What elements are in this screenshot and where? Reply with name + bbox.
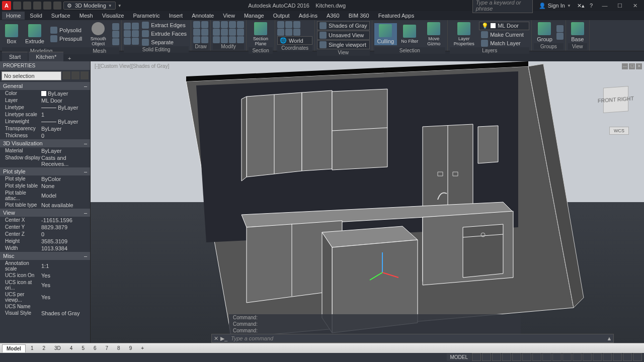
- panel-label-solidediting[interactable]: Solid Editing: [124, 46, 189, 53]
- make-current-button[interactable]: Make Current: [479, 31, 529, 39]
- explode-icon[interactable]: [237, 29, 244, 36]
- select-objects-icon[interactable]: [71, 71, 79, 79]
- property-row[interactable]: Linetype scale1: [0, 111, 90, 118]
- extrude-faces-button[interactable]: Extrude Faces: [140, 30, 189, 38]
- property-row[interactable]: Plot table attac...Model: [0, 190, 90, 202]
- layout-tab[interactable]: 8: [113, 344, 124, 352]
- property-row[interactable]: LineweightByLayer: [0, 118, 90, 125]
- panel-label-section[interactable]: Section: [249, 47, 273, 54]
- property-value[interactable]: ByLayer: [41, 126, 90, 132]
- layout-tab[interactable]: 3D: [50, 344, 65, 352]
- status-workspace-icon[interactable]: [583, 353, 592, 361]
- prop-section-header[interactable]: Plot style–: [0, 167, 90, 175]
- property-value[interactable]: ByLayer: [41, 148, 90, 154]
- layout-tab[interactable]: 2: [38, 344, 49, 352]
- erase-icon[interactable]: [229, 36, 236, 43]
- rect-icon[interactable]: [201, 29, 208, 36]
- status-polar-icon[interactable]: [502, 353, 511, 361]
- property-value[interactable]: 1:1: [41, 260, 90, 272]
- base-button[interactable]: Base: [568, 21, 587, 43]
- tab-annotate[interactable]: Annotate: [188, 12, 218, 20]
- tab-manage[interactable]: Manage: [240, 12, 268, 20]
- status-annotation-icon[interactable]: [573, 353, 582, 361]
- thicken-icon[interactable]: [132, 30, 139, 37]
- signin-button[interactable]: 👤 Sign In ▼: [535, 3, 575, 9]
- property-row[interactable]: UCS icon OnYes: [0, 272, 90, 279]
- tab-addins[interactable]: Add-ins: [295, 12, 321, 20]
- tab-insert[interactable]: Insert: [165, 12, 187, 20]
- panel-label-selection[interactable]: Selection: [374, 47, 446, 54]
- mesh-tool-icon[interactable]: [112, 31, 119, 38]
- slice-icon[interactable]: [132, 23, 139, 30]
- layer-dropdown[interactable]: 💡ML Door: [479, 22, 529, 30]
- command-close-icon[interactable]: ✕: [212, 335, 220, 342]
- property-row[interactable]: LayerML Door: [0, 97, 90, 104]
- viewcube[interactable]: FRONT RIGHT: [603, 86, 628, 113]
- align-icon[interactable]: [237, 36, 244, 43]
- panel-label-groups[interactable]: Groups: [534, 43, 564, 50]
- layout-tab-add[interactable]: +: [137, 344, 148, 352]
- property-row[interactable]: Plot styleByColor: [0, 175, 90, 183]
- copy-icon[interactable]: [213, 29, 220, 36]
- extrude-button[interactable]: Extrude: [22, 23, 47, 45]
- status-osnap-icon[interactable]: [512, 353, 521, 361]
- property-row[interactable]: LinetypeByLayer: [0, 104, 90, 111]
- property-row[interactable]: Visual StyleShades of Gray: [0, 310, 90, 317]
- toggle-pickadd-icon[interactable]: [80, 71, 89, 79]
- property-value[interactable]: -11615.1596: [41, 217, 90, 223]
- status-3dosnap-icon[interactable]: [522, 353, 531, 361]
- qat-save-icon[interactable]: [33, 2, 41, 10]
- spline-icon[interactable]: [201, 36, 208, 43]
- property-row[interactable]: Plot table typeNot available: [0, 202, 90, 209]
- maximize-button[interactable]: ☐: [613, 1, 627, 10]
- wcs-indicator[interactable]: WCS: [609, 127, 629, 135]
- status-grid-icon[interactable]: [472, 353, 481, 361]
- property-row[interactable]: UCS per viewp...Yes: [0, 291, 90, 303]
- command-input[interactable]: Type a command: [228, 335, 605, 341]
- ucs-icon[interactable]: [293, 21, 300, 28]
- property-row[interactable]: Center Y8829.3879: [0, 224, 90, 231]
- property-value[interactable]: Model: [41, 190, 90, 201]
- qat-undo-icon[interactable]: [43, 2, 51, 10]
- ucs-icon[interactable]: [277, 21, 284, 28]
- search-input[interactable]: Type a keyword or phrase: [472, 0, 533, 13]
- viewport-dropdown[interactable]: Single viewport: [317, 40, 369, 49]
- tab-solid[interactable]: Solid: [26, 12, 46, 20]
- prop-section-header[interactable]: General–: [0, 82, 90, 90]
- box-button[interactable]: Box: [2, 23, 21, 45]
- smooth-button[interactable]: Smooth Object: [85, 21, 111, 47]
- tab-home[interactable]: Home: [2, 12, 25, 20]
- close-button[interactable]: ✕: [628, 1, 642, 10]
- help-icon[interactable]: ?: [587, 3, 596, 9]
- ucs-icon[interactable]: [285, 21, 292, 28]
- selection-dropdown[interactable]: No selection: [2, 71, 61, 80]
- tab-surface[interactable]: Surface: [47, 12, 74, 20]
- property-row[interactable]: TransparencyByLayer: [0, 125, 90, 132]
- subtract-icon[interactable]: [124, 30, 131, 37]
- array-icon[interactable]: [221, 36, 228, 43]
- property-row[interactable]: UCS Name: [0, 303, 90, 310]
- rotate-icon[interactable]: [213, 36, 220, 43]
- mirror-icon[interactable]: [221, 21, 228, 28]
- status-hardware-icon[interactable]: [613, 353, 622, 361]
- property-value[interactable]: Not available: [41, 202, 90, 208]
- property-row[interactable]: Shadow displayCasts and Receives...: [0, 154, 90, 167]
- visual-style-dropdown[interactable]: Shades of Gray: [317, 21, 369, 30]
- property-row[interactable]: Center X-11615.1596: [0, 217, 90, 224]
- tab-bim360[interactable]: BIM 360: [345, 12, 373, 20]
- tab-featured[interactable]: Featured Apps: [374, 12, 419, 20]
- property-row[interactable]: UCS icon at ori...Yes: [0, 279, 90, 291]
- fillet-icon[interactable]: [229, 29, 236, 36]
- panel-label-view2[interactable]: View: [568, 43, 587, 50]
- property-value[interactable]: 8829.3879: [41, 224, 90, 230]
- property-value[interactable]: 1013.9384: [41, 245, 90, 251]
- scale-icon[interactable]: [221, 29, 228, 36]
- panel-label-mesh[interactable]: Mesh: [80, 48, 119, 54]
- trim-icon[interactable]: [229, 21, 236, 28]
- property-value[interactable]: Casts and Receives...: [41, 155, 90, 167]
- match-layer-button[interactable]: Match Layer: [479, 39, 529, 47]
- property-row[interactable]: Thickness0: [0, 132, 90, 139]
- ungroup-icon[interactable]: [556, 25, 564, 32]
- imprint-icon[interactable]: [132, 38, 139, 45]
- mesh-tool-icon[interactable]: [112, 38, 119, 45]
